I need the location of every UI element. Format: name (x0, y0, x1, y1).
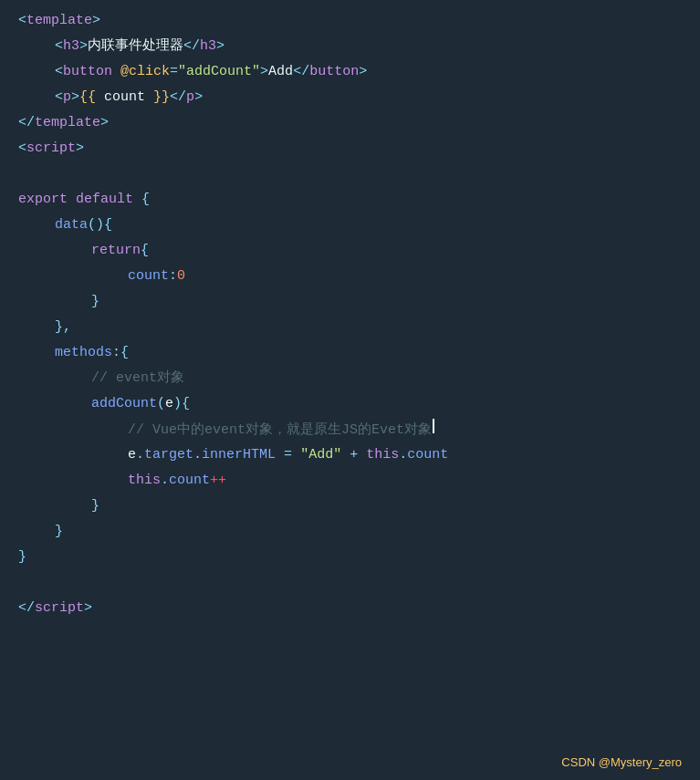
code-token: > (79, 36, 88, 57)
code-line: data(){ (0, 213, 700, 239)
code-token: template (35, 112, 100, 134)
code-token: { (104, 214, 112, 236)
code-token: default (76, 189, 133, 211)
code-token: count (407, 444, 448, 466)
code-token: }} (145, 87, 170, 109)
code-token: { (141, 189, 150, 211)
code-token (133, 189, 141, 211)
code-token: } (18, 546, 26, 568)
code-token: > (216, 36, 225, 57)
code-token: target (144, 444, 193, 466)
code-token: > (71, 87, 79, 109)
code-line: <h3>内联事件处理器</h3> (0, 35, 700, 60)
code-token: </ (18, 112, 35, 134)
code-line: <button @click="addCount">Add</button> (0, 60, 700, 86)
code-token: h3 (63, 36, 79, 57)
code-token (68, 189, 76, 211)
code-token: {{ (79, 87, 104, 109)
code-token: :{ (112, 342, 129, 364)
code-token: export (18, 189, 68, 211)
code-token: this (366, 444, 399, 466)
code-token: = (170, 61, 178, 83)
code-editor: <template><h3>内联事件处理器</h3><button @click… (0, 0, 700, 780)
code-token: } (91, 495, 99, 517)
code-token: < (18, 10, 26, 32)
code-line: <p>{{ count }}</p> (0, 86, 700, 111)
code-token: ){ (173, 393, 190, 415)
code-token: </ (293, 61, 309, 83)
text-cursor (433, 419, 434, 433)
code-token: : (169, 265, 177, 287)
code-line: <template> (0, 9, 700, 35)
code-token: innerHTML (202, 444, 276, 466)
code-token: ( (157, 393, 165, 415)
code-token: = (284, 444, 292, 466)
code-token: Add (268, 61, 293, 83)
code-token: count (128, 265, 169, 287)
code-token: return (91, 240, 141, 262)
code-token (292, 444, 300, 466)
code-token: > (100, 112, 109, 134)
code-token: < (18, 138, 26, 160)
code-token: } (91, 291, 99, 313)
code-token: . (193, 444, 202, 466)
code-token: > (194, 87, 203, 109)
code-token: script (35, 598, 84, 619)
code-line: count:0 (0, 265, 700, 290)
code-token (276, 444, 284, 466)
code-token (358, 444, 366, 466)
code-token: button (309, 61, 359, 83)
code-token: p (63, 87, 71, 109)
code-token: }, (55, 317, 71, 338)
code-line: <script> (0, 137, 700, 162)
code-token: > (359, 61, 367, 83)
code-token: methods (55, 342, 112, 364)
code-line: // event对象 (0, 367, 700, 392)
code-token (112, 61, 120, 83)
code-line: export default { (0, 188, 700, 213)
code-token: { (141, 240, 149, 262)
code-token: < (55, 61, 63, 83)
code-token: } (55, 521, 63, 543)
code-token: count (104, 87, 145, 109)
code-token: addCount (91, 393, 157, 415)
code-token: e (165, 393, 173, 415)
code-line (0, 162, 700, 188)
code-token: 内联事件处理器 (88, 36, 183, 57)
code-token: script (26, 138, 76, 160)
code-line: </template> (0, 111, 700, 137)
code-token: "addCount" (178, 61, 260, 83)
code-token: . (161, 470, 169, 492)
code-line: } (0, 494, 700, 520)
code-content: <template><h3>内联事件处理器</h3><button @click… (0, 9, 700, 622)
code-line: } (0, 290, 700, 316)
code-line: methods:{ (0, 341, 700, 367)
code-token: h3 (200, 36, 216, 57)
code-token: 0 (177, 265, 185, 287)
code-token: . (136, 444, 144, 466)
code-line: } (0, 546, 700, 571)
code-line (0, 571, 700, 597)
code-token: > (84, 598, 92, 619)
code-token: </ (170, 87, 186, 109)
code-token: ++ (210, 470, 226, 492)
code-token: > (92, 10, 100, 32)
code-token: < (55, 87, 63, 109)
code-token: data (55, 214, 88, 236)
code-line: // Vue中的event对象，就是原生JS的Evet对象 (0, 418, 700, 443)
code-line: }, (0, 316, 700, 341)
code-line: return{ (0, 239, 700, 265)
code-line: } (0, 520, 700, 546)
code-token (341, 444, 350, 466)
code-token: () (88, 214, 104, 236)
code-token: > (76, 138, 84, 160)
code-token: button (63, 61, 112, 83)
code-token: e (128, 444, 136, 466)
code-token: this (128, 470, 161, 492)
code-token: + (350, 444, 358, 466)
code-token: </ (18, 598, 35, 619)
code-token: </ (183, 36, 200, 57)
code-token: count (169, 470, 210, 492)
code-token: p (186, 87, 194, 109)
code-line: addCount(e){ (0, 392, 700, 418)
